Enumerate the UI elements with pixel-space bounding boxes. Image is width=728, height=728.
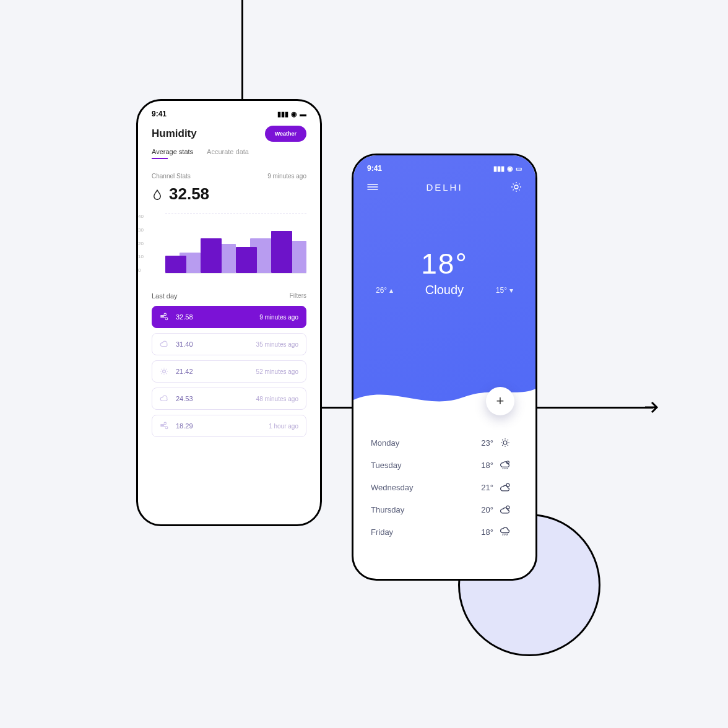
weather-app-phone: 9:41 ▮▮▮ ◉ ▭ DELHI 18° 26°▴ Cloudy 15°▾ … [352, 154, 537, 581]
row-value: 24.53 [176, 395, 193, 402]
row-value: 21.42 [176, 368, 193, 375]
forecast-day: Wednesday [371, 483, 469, 492]
arrow-right-icon [644, 400, 659, 415]
low-temperature: 15°▾ [496, 286, 513, 295]
decor-line-vertical [241, 0, 243, 105]
last-day-row[interactable]: 31.4035 minutes ago [152, 333, 306, 355]
forecast-list: Monday23°Tuesday18°Wednesday21°Thursday2… [353, 413, 535, 543]
wifi-icon: ◉ [507, 165, 513, 173]
wind-icon [160, 422, 170, 430]
channel-stats-label: Channel Stats [152, 173, 191, 180]
signal-icon: ▮▮▮ [277, 110, 288, 118]
battery-icon: ▬ [300, 110, 306, 118]
cloud-sun-icon [500, 504, 518, 515]
status-time: 9:41 [152, 110, 167, 118]
rain-sun-icon [500, 459, 518, 470]
cloud-sun-icon [500, 482, 518, 493]
forecast-row[interactable]: Monday23° [371, 431, 518, 454]
weather-condition: Cloudy [425, 283, 464, 297]
svg-point-1 [514, 185, 518, 189]
svg-point-2 [503, 441, 507, 444]
svg-point-0 [163, 370, 166, 373]
plus-icon: + [496, 393, 505, 409]
page-title: Humidity [152, 128, 197, 140]
forecast-row[interactable]: Tuesday18° [371, 454, 518, 476]
last-day-row[interactable]: 32.589 minutes ago [152, 306, 306, 328]
forecast-row[interactable]: Friday18° [371, 521, 518, 543]
forecast-temp: 18° [469, 461, 493, 470]
arrow-down-icon: ▾ [509, 286, 513, 295]
forecast-row[interactable]: Thursday20° [371, 498, 518, 521]
high-temperature: 26°▴ [376, 286, 393, 295]
forecast-temp: 23° [469, 438, 493, 448]
tab-average-stats[interactable]: Average stats [152, 148, 193, 155]
cloud-icon [160, 394, 170, 403]
menu-icon[interactable] [367, 183, 378, 191]
status-indicators: ▮▮▮ ◉ ▭ [493, 165, 522, 173]
row-time: 52 minutes ago [256, 368, 298, 375]
rain-icon [500, 526, 518, 537]
row-value: 31.40 [176, 340, 193, 348]
status-time: 9:41 [367, 164, 382, 173]
last-day-label: Last day [152, 292, 178, 300]
row-value: 32.58 [176, 313, 193, 321]
sun-icon [500, 437, 518, 448]
humidity-chart: 403020100 [138, 210, 320, 276]
last-day-row[interactable]: 24.5348 minutes ago [152, 388, 306, 410]
city-name: DELHI [426, 182, 462, 193]
last-day-row[interactable]: 21.4252 minutes ago [152, 360, 306, 383]
wifi-icon: ◉ [291, 110, 297, 118]
forecast-day: Thursday [371, 505, 469, 514]
droplet-icon [152, 189, 163, 200]
last-day-list: 32.589 minutes ago31.4035 minutes ago21.… [138, 306, 320, 437]
humidity-app-phone: 9:41 ▮▮▮ ◉ ▬ Humidity Weather Average st… [136, 99, 322, 526]
status-bar: 9:41 ▮▮▮ ◉ ▭ [353, 155, 535, 176]
forecast-day: Friday [371, 527, 469, 537]
sun-icon [160, 367, 170, 376]
tabs: Average stats Accurate data [138, 148, 320, 162]
forecast-temp: 18° [469, 527, 493, 537]
current-temperature: 18° [353, 247, 535, 280]
forecast-day: Monday [371, 438, 469, 448]
forecast-temp: 21° [469, 483, 493, 492]
row-time: 48 minutes ago [256, 396, 298, 402]
forecast-day: Tuesday [371, 461, 469, 470]
weather-button[interactable]: Weather [265, 126, 306, 142]
arrow-up-icon: ▴ [389, 286, 393, 295]
filters-button[interactable]: Filters [290, 292, 306, 300]
channel-stats-time: 9 minutes ago [267, 173, 306, 180]
add-location-button[interactable]: + [486, 387, 514, 415]
row-time: 35 minutes ago [256, 341, 298, 348]
forecast-row[interactable]: Wednesday21° [371, 476, 518, 498]
cloud-icon [160, 340, 170, 349]
humidity-value: 32.58 [169, 184, 209, 204]
row-time: 1 hour ago [269, 423, 298, 430]
wind-icon [160, 313, 170, 321]
tab-accurate-data[interactable]: Accurate data [207, 148, 249, 155]
battery-icon: ▭ [516, 165, 522, 173]
status-indicators: ▮▮▮ ◉ ▬ [277, 110, 306, 118]
forecast-temp: 20° [469, 505, 493, 514]
row-time: 9 minutes ago [259, 314, 298, 321]
status-bar: 9:41 ▮▮▮ ◉ ▬ [138, 101, 320, 122]
signal-icon: ▮▮▮ [493, 165, 505, 173]
row-value: 18.29 [176, 422, 193, 430]
last-day-row[interactable]: 18.291 hour ago [152, 415, 306, 437]
settings-icon[interactable] [511, 181, 522, 193]
